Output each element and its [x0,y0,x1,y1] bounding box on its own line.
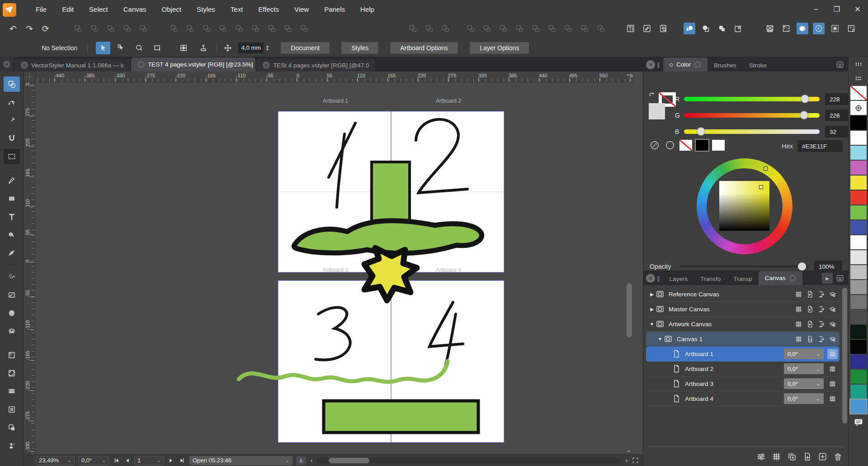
selection-tool-icon[interactable] [6,78,18,90]
list-view-icon[interactable] [852,73,865,85]
grid-icon[interactable] [827,364,838,374]
panel-tab-transp[interactable]: Transp [727,273,759,285]
menu-canvas[interactable]: Canvas [116,1,154,18]
show-shapes-icon[interactable] [684,23,695,34]
swatch-none[interactable] [850,86,867,100]
symbol-stamp-tool-icon[interactable] [6,440,18,452]
fill-stroke-widget[interactable] [649,91,677,121]
swatch-cyan[interactable] [850,146,867,160]
grid-icon[interactable] [827,394,838,404]
canvas-horizontal-scrollbar[interactable] [317,458,621,463]
document-button[interactable]: Document [281,42,330,54]
revert-icon[interactable]: ⟳ [40,23,52,34]
page-in-icon[interactable] [805,289,815,300]
square-plus-icon[interactable] [816,451,828,462]
artwork-canvas[interactable] [35,82,633,456]
horizontal-ruler[interactable]: ⌃-440-385-330-275-220-165-110-5505511016… [35,71,633,82]
grid-icon[interactable] [770,451,782,462]
duplicate-stack-icon[interactable] [716,23,728,34]
collapse-icon[interactable]: ▼ [649,322,655,327]
shape-builder-tool[interactable] [4,420,20,435]
text-tool-icon[interactable] [6,211,18,223]
menu-text[interactable]: Text [223,1,251,18]
swatch-black-2[interactable] [850,340,867,354]
menu-select[interactable]: Select [81,1,116,18]
menu-edit[interactable]: Edit [54,1,81,18]
panel-close-icon[interactable]: ✕ [646,60,655,69]
select-tool[interactable] [96,42,110,54]
page-number-combo[interactable]: 1⌄ [134,456,164,465]
direct-select-tool-icon[interactable] [115,42,127,54]
panel-tab-layers[interactable]: Layers [663,273,694,285]
pencil-tool-icon[interactable] [6,175,18,186]
magnet-tool[interactable] [4,131,20,146]
eyedropper-icon[interactable] [649,139,660,151]
no-color-swatch[interactable] [679,140,692,151]
vertical-ruler[interactable]: 330275220165110550-55-110-165-220-275-33… [24,82,35,456]
swatch-red[interactable] [850,190,867,204]
frame-tool-icon[interactable] [6,404,18,415]
swatch-gray-60[interactable] [850,280,867,294]
trash-icon[interactable] [832,451,844,462]
black-swatch[interactable] [696,140,708,151]
expand-icon[interactable]: ▶ [649,292,655,297]
green-bar-object[interactable] [324,401,478,433]
tab-close-icon[interactable]: ✕ [263,62,270,69]
channel-slider-g[interactable] [684,113,820,118]
envelope-distort-icon[interactable] [764,23,776,34]
last-page-icon[interactable] [178,456,186,465]
ruler-origin-box[interactable] [24,71,35,82]
annotation-note-icon[interactable] [641,23,653,34]
blob-tool[interactable] [4,305,20,321]
swatch-green[interactable] [850,205,867,219]
snap-grid-tool-icon[interactable] [178,42,189,54]
outline-center-preview-icon[interactable] [813,23,825,34]
nudge-distance-input[interactable]: 4,0 mm [238,43,264,53]
rotation-combo[interactable]: 0,0°⌄ [78,456,109,465]
canvas-vertical-scrollbar[interactable] [627,283,632,338]
rotate-pivot-tool-icon[interactable] [198,42,209,54]
mosaic-tool[interactable] [4,366,20,381]
mosaic-tool-icon[interactable] [6,367,18,379]
export-icon[interactable] [816,289,826,300]
styles-button[interactable]: Styles [341,42,378,54]
tab-close-icon[interactable]: ✕ [137,61,145,68]
panel-tab-color[interactable]: ◇Color✕ [663,57,708,71]
swap-fill-stroke-icon[interactable] [649,91,656,100]
rectangle-tool[interactable] [4,191,20,206]
canvas-row-artwork-canvas[interactable]: ▼Artwork Canvas [646,317,840,332]
magnet-tool-icon[interactable] [6,133,18,144]
menu-view[interactable]: View [287,1,316,18]
menu-help[interactable]: Help [353,1,382,18]
menu-file[interactable]: File [28,1,54,18]
swatch-gray-45[interactable] [850,295,867,309]
snap-options-icon[interactable] [829,23,841,34]
knife-tool[interactable] [4,245,20,261]
document-preflight-icon[interactable] [657,23,669,34]
color-wheel[interactable] [697,158,793,254]
node-tool-icon[interactable] [6,96,18,108]
scroll-down-icon[interactable]: ⌄ [627,447,631,453]
canvas-row-canvas-1[interactable]: ▼Canvas 1 [646,332,840,347]
undo-icon[interactable]: ↶ [7,23,19,34]
grid-icon[interactable] [793,319,804,329]
canvas-row-artboard-2[interactable]: Artboard 20,0°⌄ [646,361,840,376]
tab-close-icon[interactable]: ✕ [21,62,28,69]
menu-object[interactable]: Object [154,1,189,18]
node-tool[interactable] [4,95,20,110]
store-view-icon[interactable] [296,456,306,465]
canvas-row-artboard-4[interactable]: Artboard 40,0°⌄ [646,391,840,406]
brush-tool-icon[interactable] [6,114,18,126]
slider-handle[interactable] [800,111,808,119]
marquee-tool-icon[interactable] [6,151,18,162]
artboard-select-tool-icon[interactable] [151,42,163,54]
channel-value-r[interactable]: 228 [825,93,849,105]
first-page-icon[interactable] [113,456,121,465]
channel-slider-b[interactable] [684,129,820,134]
knife-tool-icon[interactable] [6,247,18,259]
swatch-registration[interactable] [850,101,867,115]
brush-tool[interactable] [4,113,20,128]
panel-menu-icon[interactable] [835,273,845,284]
green-rectangle-object[interactable] [372,162,410,225]
document-tab-1[interactable]: ✕VectorStyler Manual 1.1.066a — k [14,59,130,71]
